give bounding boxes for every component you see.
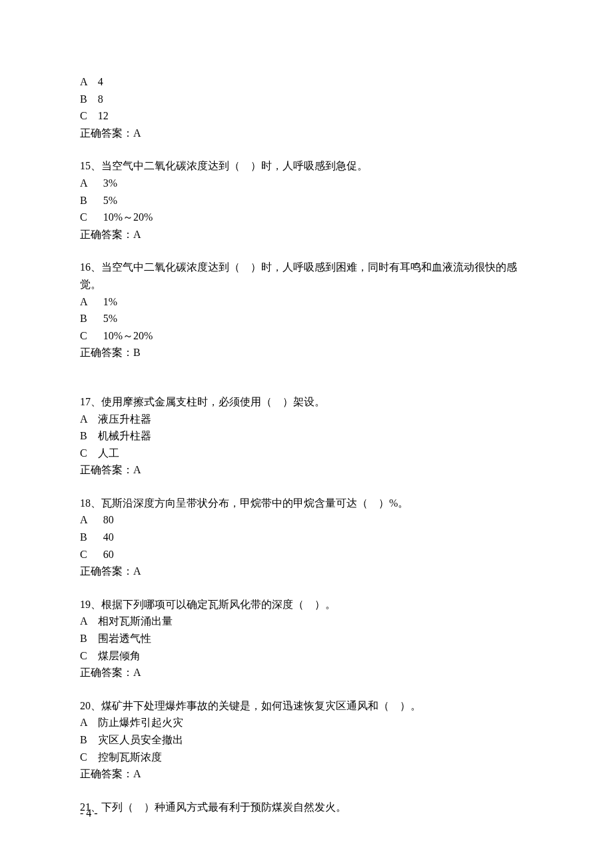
option-c: C 10%～20% bbox=[80, 327, 533, 345]
option-a: A 液压升柱器 bbox=[80, 411, 533, 428]
question-stem: 16、当空气中二氧化碳浓度达到（ ）时，人呼吸感到困难，同时有耳鸣和血液流动很快… bbox=[80, 259, 533, 293]
question-15: 15、当空气中二氧化碳浓度达到（ ）时，人呼吸感到急促。 A 3% B 5% C… bbox=[80, 157, 533, 243]
option-b: B 5% bbox=[80, 192, 533, 209]
option-c: C 12 bbox=[80, 107, 533, 125]
correct-answer: 正确答案：A bbox=[80, 226, 533, 243]
question-stem: 18、瓦斯沿深度方向呈带状分布，甲烷带中的甲烷含量可达（ ）%。 bbox=[80, 495, 533, 512]
option-c: C 控制瓦斯浓度 bbox=[80, 749, 533, 766]
option-a: A 3% bbox=[80, 175, 533, 192]
option-a: A 80 bbox=[80, 511, 533, 529]
correct-answer: 正确答案：B bbox=[80, 344, 533, 361]
question-20: 20、煤矿井下处理爆炸事故的关键是，如何迅速恢复灾区通风和（ ）。 A 防止爆炸… bbox=[80, 697, 533, 783]
correct-answer: 正确答案：A bbox=[80, 664, 533, 681]
option-b: B 灾区人员安全撤出 bbox=[80, 731, 533, 749]
option-a: A 4 bbox=[80, 73, 533, 91]
spacer bbox=[80, 377, 533, 393]
option-a: A 防止爆炸引起火灾 bbox=[80, 714, 533, 731]
question-stem: 15、当空气中二氧化碳浓度达到（ ）时，人呼吸感到急促。 bbox=[80, 157, 533, 175]
option-a: A 1% bbox=[80, 293, 533, 311]
question-21-partial: 21、下列（ ）种通风方式最有利于预防煤炭自然发火。 bbox=[80, 799, 533, 816]
correct-answer: 正确答案：A bbox=[80, 765, 533, 783]
correct-answer: 正确答案：A bbox=[80, 461, 533, 479]
question-stem: 17、使用摩擦式金属支柱时，必须使用（ ）架设。 bbox=[80, 393, 533, 411]
option-c: C 煤层倾角 bbox=[80, 647, 533, 665]
document-page: A 4 B 8 C 12 正确答案：A 15、当空气中二氧化碳浓度达到（ ）时，… bbox=[0, 0, 613, 868]
question-17: 17、使用摩擦式金属支柱时，必须使用（ ）架设。 A 液压升柱器 B 机械升柱器… bbox=[80, 393, 533, 479]
option-c: C 60 bbox=[80, 546, 533, 563]
option-c: C 人工 bbox=[80, 445, 533, 462]
option-a: A 相对瓦斯涌出量 bbox=[80, 613, 533, 630]
option-b: B 围岩透气性 bbox=[80, 630, 533, 647]
correct-answer: 正确答案：A bbox=[80, 563, 533, 580]
question-16: 16、当空气中二氧化碳浓度达到（ ）时，人呼吸感到困难，同时有耳鸣和血液流动很快… bbox=[80, 259, 533, 361]
question-stem: 21、下列（ ）种通风方式最有利于预防煤炭自然发火。 bbox=[80, 799, 533, 816]
question-stem: 19、根据下列哪项可以确定瓦斯风化带的深度（ ）。 bbox=[80, 596, 533, 613]
option-b: B 40 bbox=[80, 529, 533, 546]
question-19: 19、根据下列哪项可以确定瓦斯风化带的深度（ ）。 A 相对瓦斯涌出量 B 围岩… bbox=[80, 596, 533, 681]
option-b: B 5% bbox=[80, 310, 533, 327]
option-c: C 10%～20% bbox=[80, 209, 533, 226]
option-b: B 8 bbox=[80, 91, 533, 108]
correct-answer: 正确答案：A bbox=[80, 125, 533, 142]
page-number: - 4 - bbox=[80, 805, 98, 822]
question-stem: 20、煤矿井下处理爆炸事故的关键是，如何迅速恢复灾区通风和（ ）。 bbox=[80, 697, 533, 715]
question-18: 18、瓦斯沿深度方向呈带状分布，甲烷带中的甲烷含量可达（ ）%。 A 80 B … bbox=[80, 495, 533, 580]
question-14-partial: A 4 B 8 C 12 正确答案：A bbox=[80, 73, 533, 141]
option-b: B 机械升柱器 bbox=[80, 427, 533, 445]
